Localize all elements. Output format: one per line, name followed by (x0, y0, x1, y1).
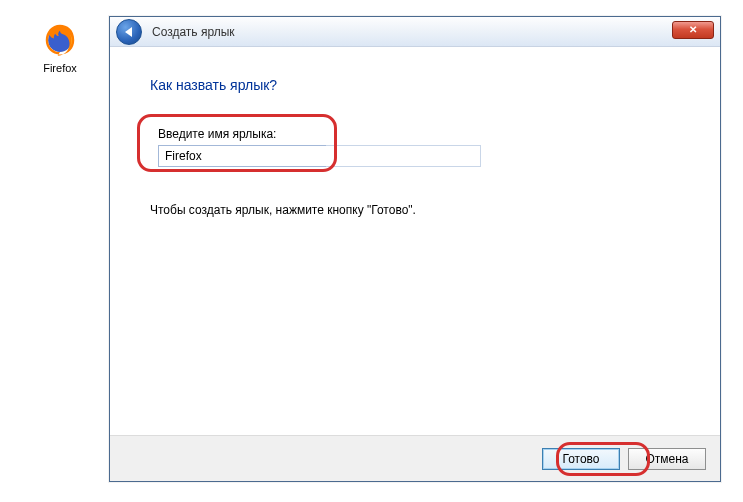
wizard-footer: Готово Отмена (110, 435, 720, 481)
cancel-button[interactable]: Отмена (628, 448, 706, 470)
page-heading: Как назвать ярлык? (150, 77, 680, 93)
desktop-shortcut-label: Firefox (30, 62, 90, 74)
input-extension (326, 145, 481, 167)
shortcut-name-input[interactable] (158, 145, 326, 167)
shortcut-name-group: Введите имя ярлыка: (150, 121, 489, 175)
back-button[interactable] (116, 19, 142, 45)
window-title: Создать ярлык (152, 25, 235, 39)
arrow-left-icon (125, 27, 132, 37)
done-button[interactable]: Готово (542, 448, 620, 470)
create-shortcut-wizard: Создать ярлык ✕ Как назвать ярлык? Введи… (109, 16, 721, 482)
wizard-content: Как назвать ярлык? Введите имя ярлыка: Ч… (110, 47, 720, 435)
desktop-shortcut-firefox[interactable]: Firefox (30, 20, 90, 74)
close-button[interactable]: ✕ (672, 21, 714, 39)
hint-text: Чтобы создать ярлык, нажмите кнопку "Гот… (150, 203, 680, 217)
shortcut-name-label: Введите имя ярлыка: (158, 127, 481, 141)
titlebar: Создать ярлык ✕ (110, 17, 720, 47)
firefox-icon (41, 20, 79, 58)
close-icon: ✕ (689, 25, 697, 35)
